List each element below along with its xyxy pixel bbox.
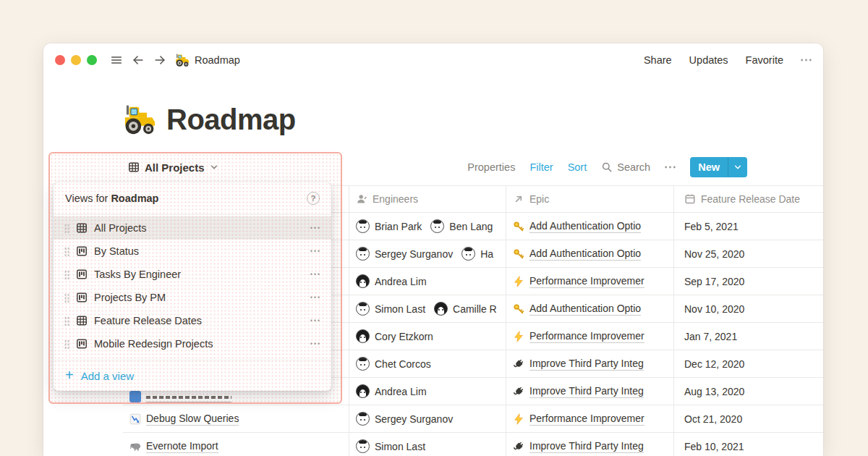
cell-engineers[interactable]: Brian ParkBen Lang <box>349 213 506 240</box>
cell-release-date[interactable]: Dec 12, 2020 <box>674 350 823 377</box>
cell-project-name[interactable]: Debug Slow Queries <box>123 405 349 432</box>
column-header-date[interactable]: Feature Release Date <box>674 186 823 212</box>
engineer-chip[interactable]: Sergey Surganov <box>356 247 453 261</box>
new-dropdown-button[interactable] <box>728 157 747 177</box>
filter-button[interactable]: Filter <box>529 161 553 173</box>
engineer-chip[interactable]: Simon Last <box>356 439 425 453</box>
page-icon-tractor[interactable] <box>123 103 156 136</box>
cell-epic[interactable]: Add Authentication Optio <box>506 213 674 240</box>
engineer-chip[interactable]: Ha <box>461 247 493 261</box>
table-row[interactable]: Evernote ImportSimon LastImprove Third P… <box>123 433 823 456</box>
epic-link[interactable]: Performance Improvemer <box>529 275 644 288</box>
page-link[interactable]: Debug Slow Queries <box>146 413 239 426</box>
cell-engineers[interactable]: Chet Corcos <box>349 350 506 377</box>
breadcrumb[interactable]: Roadmap <box>175 53 240 67</box>
toolbar-more-button[interactable] <box>665 166 676 169</box>
engineer-chip[interactable]: Sergey Surganov <box>356 412 453 426</box>
back-arrow-icon[interactable] <box>132 54 145 67</box>
sort-button[interactable]: Sort <box>568 161 587 173</box>
engineer-chip[interactable]: Simon Last <box>356 302 425 316</box>
cell-engineers[interactable]: Sergey Surganov <box>349 405 506 432</box>
cell-engineers[interactable]: Simon Last <box>349 433 506 456</box>
cell-release-date[interactable]: Jan 7, 2021 <box>674 323 823 350</box>
help-icon[interactable]: ? <box>307 192 320 205</box>
share-button[interactable]: Share <box>644 54 672 66</box>
cell-engineers[interactable]: Simon LastCamille R <box>349 295 506 322</box>
view-switcher-button[interactable]: All Projects <box>128 157 218 177</box>
item-more-button[interactable] <box>310 250 320 252</box>
drag-handle-icon[interactable] <box>64 269 69 279</box>
cell-release-date[interactable]: Nov 25, 2020 <box>674 240 823 267</box>
column-header-label: Engineers <box>373 193 418 205</box>
engineer-chip[interactable]: Andrea Lim <box>356 274 427 288</box>
engineer-chip[interactable]: Cory Etzkorn <box>356 329 433 343</box>
cell-epic[interactable]: Improve Third Party Integ <box>506 350 674 377</box>
item-more-button[interactable] <box>310 273 320 275</box>
add-view-button[interactable]: + Add a view <box>54 360 331 391</box>
cell-epic[interactable]: Improve Third Party Integ <box>506 378 674 405</box>
minimize-window-button[interactable] <box>71 55 81 65</box>
properties-button[interactable]: Properties <box>467 161 515 173</box>
view-item[interactable]: Feature Release Dates <box>54 309 331 332</box>
epic-link[interactable]: Add Authentication Optio <box>529 303 641 316</box>
cell-release-date[interactable]: Nov 10, 2020 <box>674 295 823 322</box>
column-header-epic[interactable]: Epic <box>506 186 674 212</box>
view-item[interactable]: Mobile Redesign Projects <box>54 332 331 355</box>
view-item[interactable]: Projects By PM <box>54 286 331 309</box>
epic-link[interactable]: Performance Improvemer <box>529 330 644 343</box>
engineer-name: Cory Etzkorn <box>375 331 433 342</box>
cell-engineers[interactable]: Sergey SurganovHa <box>349 240 506 267</box>
engineer-chip[interactable]: Brian Park <box>356 219 422 233</box>
column-header-engineers[interactable]: Engineers <box>349 186 506 212</box>
cell-epic[interactable]: Add Authentication Optio <box>506 240 674 267</box>
item-more-button[interactable] <box>310 296 320 298</box>
search-button[interactable]: Search <box>601 161 650 173</box>
cell-release-date[interactable]: Sep 17, 2020 <box>674 268 823 295</box>
cell-epic[interactable]: Performance Improvemer <box>506 323 674 350</box>
cell-engineers[interactable]: Cory Etzkorn <box>349 323 506 350</box>
cell-release-date[interactable]: Feb 5, 2021 <box>674 213 823 240</box>
cell-epic[interactable]: Performance Improvemer <box>506 405 674 432</box>
engineer-name: Ben Lang <box>449 221 493 232</box>
cell-project-name[interactable]: Evernote Import <box>123 433 349 456</box>
engineer-chip[interactable]: Chet Corcos <box>356 357 431 371</box>
cell-release-date[interactable]: Aug 13, 2020 <box>674 378 823 405</box>
epic-link[interactable]: Improve Third Party Integ <box>529 385 644 398</box>
new-button[interactable]: New <box>690 157 728 177</box>
epic-link[interactable]: Improve Third Party Integ <box>529 358 644 371</box>
hamburger-icon[interactable] <box>110 54 123 67</box>
zoom-window-button[interactable] <box>87 55 97 65</box>
cell-epic[interactable]: Improve Third Party Integ <box>506 433 674 456</box>
engineer-chip[interactable]: Ben Lang <box>430 219 493 233</box>
cell-release-date[interactable]: Oct 21, 2020 <box>674 405 823 432</box>
engineer-chip[interactable]: Camille R <box>434 302 497 316</box>
drag-handle-icon[interactable] <box>64 339 69 349</box>
epic-link[interactable]: Performance Improvemer <box>529 413 644 426</box>
drag-handle-icon[interactable] <box>64 246 69 256</box>
updates-button[interactable]: Updates <box>689 54 728 66</box>
page-link[interactable]: Evernote Import <box>146 440 218 453</box>
item-more-button[interactable] <box>310 319 320 321</box>
epic-link[interactable]: Improve Third Party Integ <box>529 440 644 453</box>
cell-epic[interactable]: Performance Improvemer <box>506 268 674 295</box>
more-menu-button[interactable] <box>801 59 812 62</box>
forward-arrow-icon[interactable] <box>153 54 166 67</box>
engineer-chip[interactable]: Andrea Lim <box>356 384 427 398</box>
drag-handle-icon[interactable] <box>64 292 69 303</box>
epic-link[interactable]: Add Authentication Optio <box>529 220 641 233</box>
view-item[interactable]: Tasks By Engineer <box>54 263 331 286</box>
close-window-button[interactable] <box>55 55 65 65</box>
epic-link[interactable]: Add Authentication Optio <box>529 248 641 261</box>
cell-release-date[interactable]: Feb 10, 2021 <box>674 433 823 456</box>
favorite-button[interactable]: Favorite <box>746 54 783 66</box>
table-row[interactable]: Debug Slow QueriesSergey SurganovPerform… <box>123 405 823 433</box>
cell-engineers[interactable]: Andrea Lim <box>349 268 506 295</box>
item-more-button[interactable] <box>310 227 320 229</box>
view-item[interactable]: By Status <box>54 240 331 263</box>
view-item[interactable]: All Projects <box>54 216 331 240</box>
cell-engineers[interactable]: Andrea Lim <box>349 378 506 405</box>
drag-handle-icon[interactable] <box>64 316 69 326</box>
cell-epic[interactable]: Add Authentication Optio <box>506 295 674 322</box>
item-more-button[interactable] <box>310 342 320 345</box>
drag-handle-icon[interactable] <box>64 223 69 233</box>
